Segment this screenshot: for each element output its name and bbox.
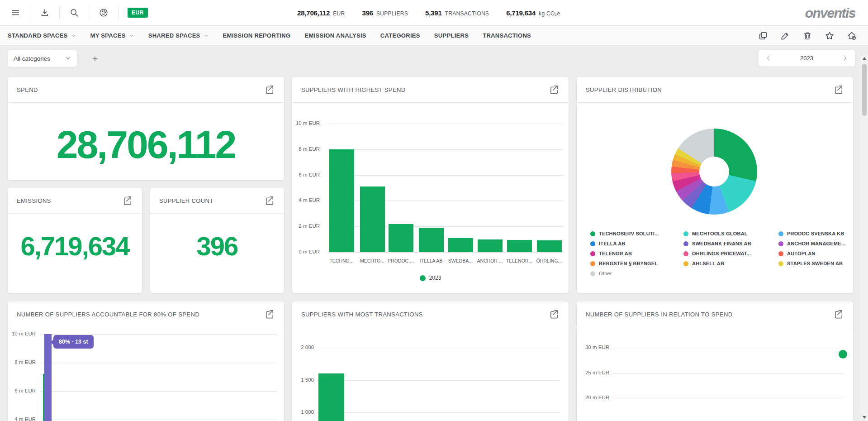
divider	[59, 6, 60, 19]
x-axis-tick-label: SWEDBA...	[446, 258, 475, 263]
y-axis-tick-label: 2 m EUR	[292, 223, 320, 229]
open-external-icon[interactable]	[549, 309, 560, 320]
y-axis-tick-label: 6 m EUR	[8, 388, 36, 393]
card-title: SUPPLIERS WITH HIGHEST SPEND	[301, 86, 406, 93]
donut-legend-item: AHLSELL AB	[683, 261, 778, 266]
gridline	[317, 412, 560, 413]
open-external-icon[interactable]	[265, 309, 275, 320]
open-external-icon[interactable]	[549, 85, 560, 95]
chevron-down-icon	[204, 33, 209, 38]
nav-item-label: EMISSION ANALYSIS	[304, 32, 366, 39]
legend-label: AUTOPLAN	[787, 251, 816, 256]
scroll-down-arrow[interactable]	[861, 414, 868, 421]
donut-legend-item: MECHTOOLS GLOBAL	[683, 231, 778, 236]
nav-item-standard-spaces[interactable]: STANDARD SPACES	[8, 32, 76, 39]
legend-label: STAPLES SWEDEN AB	[787, 261, 843, 266]
year-prev-button[interactable]	[765, 55, 771, 61]
nav-item-emission-analysis[interactable]: EMISSION ANALYSIS	[304, 32, 366, 39]
card-title: SUPPLIER DISTRIBUTION	[586, 86, 662, 93]
stat-value: 28,706,112	[297, 9, 330, 17]
y-axis-tick-label: 4 m EUR	[8, 416, 36, 421]
open-external-icon[interactable]	[834, 309, 844, 320]
legend-dot	[778, 231, 783, 236]
x-axis-tick-label: ANCHOR ...	[475, 258, 505, 263]
category-filter-label: All categories	[14, 55, 50, 62]
download-icon[interactable]	[39, 7, 50, 18]
divider	[30, 6, 30, 19]
donut-legend-item: ITELLA AB	[590, 241, 683, 246]
add-filter-button[interactable]: +	[90, 53, 100, 64]
gridline	[612, 373, 844, 373]
category-filter-dropdown[interactable]: All categories	[8, 50, 77, 67]
edit-icon[interactable]	[780, 30, 791, 41]
card-title: EMISSIONS	[17, 197, 51, 204]
favorite-icon[interactable]	[824, 30, 835, 41]
open-external-icon[interactable]	[265, 196, 275, 206]
stat-unit: TRANSACTIONS	[445, 10, 489, 17]
summary-stat: 396SUPPLIERS	[362, 9, 408, 17]
legend-label: ITELLA AB	[599, 241, 625, 246]
year-next-button[interactable]	[842, 55, 848, 61]
legend-label: MECHTOOLS GLOBAL	[692, 231, 748, 236]
palette-icon[interactable]	[98, 7, 109, 18]
gridline	[612, 348, 844, 348]
x-axis-tick-label: ÖHRLING...	[534, 258, 564, 263]
y-axis-tick-label: 4 m EUR	[292, 197, 320, 203]
y-axis-tick-label: 0 m EUR	[292, 249, 320, 254]
nav-item-label: SHARED SPACES	[148, 32, 200, 39]
nav-item-my-spaces[interactable]: MY SPACES	[90, 32, 134, 39]
nav-item-shared-spaces[interactable]: SHARED SPACES	[148, 32, 209, 39]
donut-legend-item: Other	[590, 271, 683, 276]
open-external-icon[interactable]	[123, 196, 133, 206]
y-axis-tick-label: 25 m EUR	[577, 370, 609, 375]
add-home-icon[interactable]	[846, 30, 857, 41]
search-icon[interactable]	[69, 7, 80, 18]
currency-badge[interactable]: EUR	[128, 8, 148, 18]
donut-legend: TECHNOSERV SOLUTI...MECHTOOLS GLOBALPROD…	[590, 231, 846, 276]
nav-item-transactions[interactable]: TRANSACTIONS	[483, 32, 531, 39]
supplier-count-value: 396	[150, 231, 284, 261]
legend-label: AHLSELL AB	[692, 261, 724, 266]
x-axis-tick-label: TECHNO...	[327, 258, 356, 263]
y-axis-tick-label: 1 500	[292, 377, 314, 383]
card-title: SUPPLIER COUNT	[159, 197, 213, 204]
nav-item-label: MY SPACES	[90, 32, 126, 39]
duplicate-icon[interactable]	[758, 30, 768, 41]
divider	[118, 6, 119, 19]
legend-label: Other	[599, 271, 612, 276]
nav-item-emission-reporting[interactable]: EMISSION REPORTING	[223, 32, 291, 39]
y-axis-tick-label: 30 m EUR	[577, 344, 609, 350]
most-transactions-card: SUPPLIERS WITH MOST TRANSACTIONS 2 0001 …	[292, 301, 569, 421]
stat-value: 5,391	[425, 9, 442, 17]
year-selector: 2023	[759, 50, 855, 67]
open-external-icon[interactable]	[834, 85, 844, 95]
nav-item-categories[interactable]: CATEGORIES	[380, 32, 420, 39]
bar-SWEDBA...	[448, 238, 473, 252]
summary-stats: 28,706,112EUR396SUPPLIERS5,391TRANSACTIO…	[297, 0, 560, 26]
legend-dot	[683, 241, 688, 246]
y-axis-tick-label: 2 000	[292, 344, 314, 350]
bar-MECHTO...	[360, 187, 385, 252]
supplier-distribution-card: SUPPLIER DISTRIBUTION TECHNOSERV SOLUTI.…	[577, 77, 853, 293]
donut-legend-item: BERGSTEN § BRYNGEL	[590, 261, 683, 266]
vertical-scrollbar[interactable]	[861, 55, 868, 421]
gridline	[40, 363, 277, 363]
legend-dot	[590, 251, 595, 256]
scroll-up-arrow[interactable]	[861, 55, 868, 62]
open-external-icon[interactable]	[265, 85, 275, 95]
y-axis-tick-label: 8 m EUR	[8, 359, 36, 365]
scrollbar-thumb[interactable]	[862, 64, 867, 116]
legend-dot	[778, 241, 783, 246]
y-axis-tick-label: 10 m EUR	[8, 331, 36, 336]
bar-ITELLA AB	[419, 228, 444, 252]
highest-spend-card: SUPPLIERS WITH HIGHEST SPEND 10 m EUR8 m…	[292, 77, 569, 293]
nav-item-suppliers[interactable]: SUPPLIERS	[434, 32, 469, 39]
delete-icon[interactable]	[802, 30, 813, 41]
gridline	[328, 124, 563, 124]
card-title: SUPPLIERS WITH MOST TRANSACTIONS	[301, 311, 423, 318]
legend-dot	[590, 231, 595, 236]
gridline	[328, 175, 563, 176]
spend-card: SPEND 28,706,112	[8, 77, 284, 180]
hamburger-menu-icon[interactable]	[10, 7, 21, 18]
x-axis-tick-label: PRODOC ...	[386, 258, 416, 263]
